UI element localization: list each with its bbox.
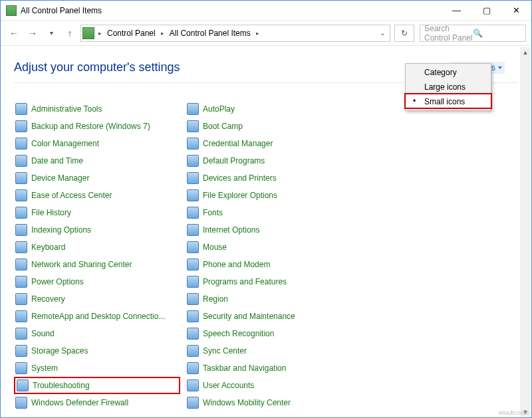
item-speech-recognition[interactable]: Speech Recognition [186, 325, 352, 342]
recent-locations-button[interactable]: ▾ [43, 25, 59, 41]
item-label: Internet Options [203, 225, 259, 235]
item-fonts[interactable]: Fonts [186, 204, 352, 221]
item-autoplay[interactable]: AutoPlay [186, 100, 352, 118]
remote-icon [15, 310, 27, 322]
internet-icon [187, 224, 199, 236]
item-keyboard[interactable]: Keyboard [14, 239, 180, 256]
item-windows-mobility-center[interactable]: Windows Mobility Center [186, 394, 352, 411]
search-placeholder: Search Control Panel [424, 24, 473, 43]
item-region[interactable]: Region [186, 290, 352, 308]
item-storage-spaces[interactable]: Storage Spaces [14, 342, 180, 360]
view-by-menu: Category Large icons Small icons [405, 63, 491, 111]
breadcrumb-all-items[interactable]: All Control Panel Items [168, 25, 252, 41]
item-label: Sound [31, 329, 55, 338]
maximize-button[interactable]: ▢ [471, 1, 501, 20]
item-label: System [31, 364, 58, 373]
item-remoteapp[interactable]: RemoteApp and Desktop Connectio... [14, 308, 180, 325]
phone-icon [187, 259, 199, 270]
control-panel-window: All Control Panel Items — ▢ ✕ ← → ▾ ↑ ▸ … [0, 0, 532, 418]
item-devices-printers[interactable]: Devices and Printers [186, 169, 352, 187]
item-administrative-tools[interactable]: Administrative Tools [14, 100, 180, 118]
address-bar-icon [82, 27, 94, 39]
item-label: Troubleshooting [33, 381, 90, 390]
item-ease-of-access[interactable]: Ease of Access Center [14, 187, 180, 204]
window-buttons: — ▢ ✕ [442, 1, 531, 20]
breadcrumb-control-panel[interactable]: Control Panel [106, 25, 157, 41]
item-phone-modem[interactable]: Phone and Modem [186, 256, 352, 273]
item-boot-camp[interactable]: Boot Camp [186, 118, 352, 135]
item-indexing-options[interactable]: Indexing Options [14, 221, 180, 239]
search-box[interactable]: Search Control Panel 🔍 [420, 25, 526, 42]
credential-icon [187, 138, 199, 150]
item-windows-defender-firewall[interactable]: Windows Defender Firewall [14, 394, 180, 411]
item-label: Network and Sharing Center [31, 260, 132, 269]
item-label: RemoteApp and Desktop Connectio... [31, 312, 165, 321]
item-troubleshooting[interactable]: Troubleshooting [14, 377, 180, 394]
item-label: Region [203, 294, 228, 304]
minimize-button[interactable]: — [442, 1, 471, 20]
item-label: Storage Spaces [31, 346, 88, 356]
item-label: File Explorer Options [203, 191, 277, 200]
refresh-button[interactable]: ↻ [394, 25, 414, 42]
item-power-options[interactable]: Power Options [14, 273, 180, 290]
mobility-icon [187, 397, 199, 409]
view-option-large-icons[interactable]: Large icons [407, 80, 489, 94]
item-label: Mouse [203, 243, 227, 252]
item-label: Administrative Tools [31, 104, 102, 114]
back-button[interactable]: ← [6, 25, 22, 41]
item-security-maintenance[interactable]: Security and Maintenance [186, 308, 352, 325]
item-label: Devices and Printers [203, 173, 277, 183]
scroll-up-button[interactable]: ▲ [520, 47, 531, 58]
user-icon [187, 379, 199, 391]
accessibility-icon [15, 189, 27, 201]
item-label: Power Options [31, 277, 84, 286]
item-date-time[interactable]: Date and Time [14, 152, 180, 169]
item-file-history[interactable]: File History [14, 204, 180, 221]
item-mouse[interactable]: Mouse [186, 239, 352, 256]
default-programs-icon [187, 155, 199, 167]
region-icon [187, 293, 199, 305]
item-label: Ease of Access Center [31, 191, 112, 200]
items-grid: Administrative Tools Backup and Restore … [14, 100, 511, 417]
item-label: Keyboard [31, 243, 65, 252]
programs-icon [187, 276, 199, 288]
printer-icon [187, 172, 199, 184]
breadcrumb-label: Control Panel [107, 29, 156, 38]
item-system[interactable]: System [14, 360, 180, 377]
troubleshoot-icon [17, 379, 29, 391]
item-taskbar-navigation[interactable]: Taskbar and Navigation [186, 360, 352, 377]
window-title: All Control Panel Items [21, 6, 442, 15]
item-sync-center[interactable]: Sync Center [186, 342, 352, 360]
chevron-right-icon[interactable]: ▸ [255, 30, 261, 37]
item-backup-restore[interactable]: Backup and Restore (Windows 7) [14, 118, 180, 135]
close-button[interactable]: ✕ [501, 1, 531, 20]
address-dropdown-button[interactable]: ⌄ [376, 29, 388, 37]
view-option-category[interactable]: Category [407, 65, 489, 80]
search-icon: 🔍 [473, 29, 521, 38]
item-file-explorer-options[interactable]: File Explorer Options [186, 187, 352, 204]
item-recovery[interactable]: Recovery [14, 290, 180, 308]
recovery-icon [15, 293, 27, 305]
item-programs-features[interactable]: Programs and Features [186, 273, 352, 290]
sound-icon [15, 328, 27, 340]
item-network-sharing[interactable]: Network and Sharing Center [14, 256, 180, 273]
item-color-management[interactable]: Color Management [14, 135, 180, 152]
item-credential-manager[interactable]: Credential Manager [186, 135, 352, 152]
item-label: User Accounts [203, 381, 254, 390]
item-sound[interactable]: Sound [14, 325, 180, 342]
up-button[interactable]: ↑ [62, 25, 78, 41]
item-default-programs[interactable]: Default Programs [186, 152, 352, 169]
item-internet-options[interactable]: Internet Options [186, 221, 352, 239]
item-device-manager[interactable]: Device Manager [14, 169, 180, 187]
chevron-right-icon[interactable]: ▸ [160, 30, 166, 37]
chevron-right-icon[interactable]: ▸ [97, 30, 103, 37]
item-label: Windows Mobility Center [203, 398, 291, 407]
address-bar[interactable]: ▸ Control Panel ▸ All Control Panel Item… [80, 25, 390, 42]
folder-options-icon [187, 189, 199, 201]
title-bar: All Control Panel Items — ▢ ✕ [1, 1, 531, 21]
view-option-small-icons[interactable]: Small icons [407, 94, 489, 109]
vertical-scrollbar[interactable]: ▲ ▼ [520, 47, 531, 417]
forward-button[interactable]: → [25, 25, 41, 41]
item-user-accounts[interactable]: User Accounts [186, 377, 352, 394]
indexing-icon [15, 224, 27, 236]
